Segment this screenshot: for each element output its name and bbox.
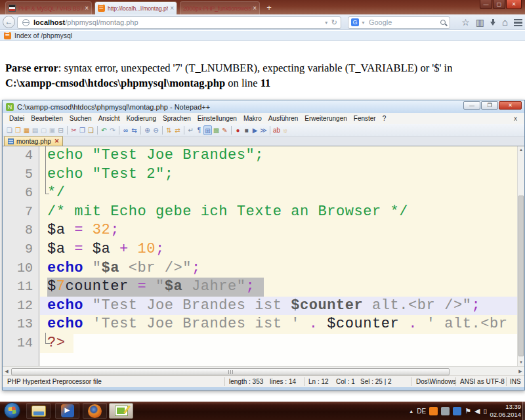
plugin-icon[interactable]: ☼ (281, 125, 289, 135)
taskbar-media-player[interactable] (55, 403, 79, 419)
search-icon[interactable] (440, 20, 446, 25)
new-file-icon[interactable]: ❏ (5, 125, 14, 135)
clock[interactable]: 13:39 02.06.2014 (490, 403, 521, 418)
spell-icon[interactable]: ab (272, 125, 281, 135)
status-length: length : 353 (229, 378, 263, 385)
npp-restore-button[interactable]: ❐ (481, 101, 498, 110)
taskbar-explorer[interactable] (26, 403, 51, 419)
bookmarks-menu-icon[interactable]: ▥ (476, 18, 484, 27)
tab-close-icon[interactable]: ✕ (54, 138, 60, 144)
find-icon[interactable]: ∞ (121, 125, 130, 135)
document-tab[interactable]: montag.php ✕ (4, 136, 63, 146)
reload-icon[interactable]: ↻ (331, 18, 337, 27)
sync-vertical-icon[interactable]: ⇅ (165, 125, 173, 135)
code-editor[interactable]: 4567891011121314 echo "Test Joe Brandes"… (3, 146, 524, 366)
network-icon[interactable]: ▯ (483, 408, 487, 415)
scroll-up-icon[interactable]: ▲ (518, 146, 524, 154)
browser-tab[interactable]: 2000px-PHP_funktionsweise.sv...× (180, 1, 260, 14)
undo-icon[interactable]: ↶ (100, 125, 108, 135)
menu-suchen[interactable]: Suchen (66, 115, 95, 122)
redo-icon[interactable]: ↷ (108, 125, 117, 135)
start-button[interactable] (4, 402, 20, 419)
menu-ausfhren[interactable]: Ausführen (265, 115, 302, 122)
xampp-tray-icon[interactable] (429, 407, 438, 415)
search-bar[interactable]: G ▼ Google (348, 16, 450, 29)
indent-guide-icon[interactable]: ⊞ (203, 125, 212, 135)
volume-icon[interactable]: ◀ (474, 407, 480, 415)
menu-kodierung[interactable]: Kodierung (123, 115, 159, 122)
function-list-icon[interactable]: ✎ (220, 125, 229, 135)
bookmark-star-icon[interactable]: ☆ (461, 18, 470, 27)
line-number: 4 (3, 146, 39, 165)
taskbar-firefox[interactable] (83, 403, 107, 419)
save-all-icon[interactable]: ▤ (31, 125, 39, 135)
notepadpp-titlebar[interactable]: N C:\xampp-cmsod\htdocs\phpmysql\montag.… (3, 100, 524, 113)
minimize-button[interactable]: — (480, 0, 492, 9)
menu-help[interactable]: ? (379, 115, 390, 122)
doc-close-icon[interactable]: x (511, 115, 520, 122)
url-bar[interactable]: localhost/phpmysql/montag.php ▼ ↻ (17, 16, 341, 29)
print-icon[interactable]: ⊟ (56, 125, 65, 135)
scroll-right-icon[interactable]: ▶ (516, 368, 524, 375)
run-multi-icon[interactable]: ≫ (259, 125, 268, 135)
scroll-left-icon[interactable]: ◀ (3, 368, 10, 375)
menu-datei[interactable]: Datei (6, 115, 28, 122)
language-indicator[interactable]: DE (417, 408, 426, 415)
replace-icon[interactable]: ⇆ (130, 125, 138, 135)
show-hidden-icons[interactable]: ▲ (409, 409, 413, 413)
horizontal-scroll-thumb[interactable] (11, 368, 450, 375)
show-desktop-button[interactable] (522, 402, 525, 420)
record-macro-icon[interactable]: ● (234, 125, 242, 135)
tray-icon-3[interactable] (453, 407, 461, 415)
maximize-button[interactable]: ▢ (493, 0, 505, 9)
npp-close-button[interactable]: ✕ (499, 101, 522, 110)
menu-erweiterungen[interactable]: Erweiterungen (301, 115, 350, 122)
bookmark-item[interactable]: Index of /phpmysql (14, 32, 72, 39)
paste-icon[interactable]: ❑ (87, 125, 95, 135)
npp-minimize-button[interactable]: — (463, 101, 480, 110)
tab-close-icon[interactable]: × (170, 5, 174, 12)
close-all-icon[interactable]: ▣ (48, 125, 56, 135)
horizontal-scrollbar[interactable]: ◀ ▶ (3, 366, 524, 375)
code-area[interactable]: echo "Test Joe Brandes";echo "Test 2";*/… (40, 146, 517, 366)
tray-icon-2[interactable] (441, 407, 450, 415)
zoom-in-icon[interactable]: ⊕ (143, 125, 152, 135)
play-macro-icon[interactable]: ▶ (251, 125, 259, 135)
tab-close-icon[interactable]: × (85, 5, 89, 12)
back-button[interactable]: ← (3, 16, 15, 28)
url-dropdown-icon[interactable]: ▼ (324, 20, 329, 25)
home-icon[interactable]: ⌂ (502, 18, 508, 27)
taskbar-notepadpp[interactable] (109, 403, 133, 419)
show-all-chars-icon[interactable]: ¶ (195, 125, 203, 135)
cut-icon[interactable]: ✂ (70, 125, 78, 135)
menu-bearbeiten[interactable]: Bearbeiten (28, 115, 66, 122)
action-center-icon[interactable]: ⚑ (465, 407, 471, 415)
menu-sprachen[interactable]: Sprachen (159, 115, 194, 122)
doc-map-icon[interactable]: ▩ (212, 125, 220, 135)
new-tab-button[interactable]: + (264, 3, 274, 12)
sync-horizontal-icon[interactable]: ⇄ (173, 125, 182, 135)
save-icon[interactable]: ▦ (22, 125, 31, 135)
browser-tab[interactable]: PHP & MySQL / VHS BS / 0...× (5, 1, 92, 14)
zoom-out-icon[interactable]: ⊖ (152, 125, 160, 135)
close-button[interactable]: ✕ (506, 0, 522, 9)
menu-makro[interactable]: Makro (240, 115, 265, 122)
browser-tab[interactable]: http://localh...l/montag.php× (94, 1, 177, 14)
menu-fenster[interactable]: Fenster (350, 115, 379, 122)
menu-einstellungen[interactable]: Einstellungen (194, 115, 240, 122)
menu-icon[interactable] (514, 19, 522, 26)
copy-icon[interactable]: ❐ (78, 125, 87, 135)
tab-title: 2000px-PHP_funktionsweise.sv... (183, 5, 251, 12)
scroll-down-icon[interactable]: ▼ (518, 359, 524, 366)
search-engine-dropdown-icon[interactable]: ▼ (361, 20, 366, 25)
menu-ansicht[interactable]: Ansicht (95, 115, 123, 122)
open-folder-icon[interactable]: ❒ (14, 125, 22, 135)
clock-time: 13:39 (490, 403, 521, 411)
tab-close-icon[interactable]: × (253, 5, 257, 12)
word-wrap-icon[interactable]: ↵ (186, 125, 195, 135)
vertical-scroll-thumb[interactable] (518, 196, 524, 356)
close-icon[interactable]: ▢ (39, 125, 48, 135)
vertical-scrollbar[interactable]: ▲ ▼ (517, 146, 524, 366)
downloads-icon[interactable] (490, 18, 496, 26)
stop-macro-icon[interactable]: ■ (242, 125, 251, 135)
